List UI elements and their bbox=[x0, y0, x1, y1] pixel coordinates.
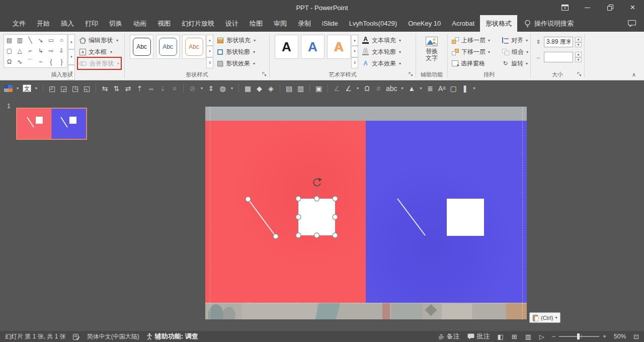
zoom-percentage[interactable]: 50% bbox=[614, 333, 626, 340]
stretch-width-icon[interactable]: ⇔ bbox=[147, 84, 155, 93]
gallery-scroll-up-button[interactable]: ▴ bbox=[68, 34, 75, 49]
edit-shape-button[interactable]: 编辑形状 ▾ bbox=[78, 35, 121, 46]
text-effects-button[interactable]: A 文本效果 ▾ bbox=[362, 58, 401, 69]
shape-scribble-icon[interactable]: ∿ bbox=[15, 56, 25, 67]
wordart-dialog-launcher[interactable] bbox=[409, 69, 413, 78]
tab-file[interactable]: 文件 bbox=[7, 15, 31, 32]
change-case-icon[interactable]: Aᵃ bbox=[438, 84, 446, 93]
shape-right-brace-icon[interactable]: } bbox=[56, 56, 67, 67]
ribbon-display-options-button[interactable] bbox=[553, 0, 576, 15]
shape-fill-button[interactable]: 形状填充 ▾ bbox=[217, 35, 256, 46]
grid-tool-icon[interactable]: # bbox=[374, 84, 383, 93]
shape-style-preset-2[interactable]: Abc bbox=[156, 35, 180, 59]
shape-merge-tool-icon[interactable]: ◍ bbox=[218, 84, 227, 93]
diagonal-line-red-selected[interactable] bbox=[248, 199, 276, 236]
wordart-preset-3[interactable]: A bbox=[327, 35, 351, 59]
tab-view[interactable]: 视图 bbox=[152, 15, 176, 32]
send-to-back-icon[interactable]: ◲ bbox=[59, 84, 68, 93]
tab-acrobat[interactable]: Acrobat bbox=[446, 15, 480, 32]
restore-button[interactable] bbox=[599, 0, 621, 15]
slide-canvas[interactable] bbox=[205, 107, 527, 319]
shape-down-arrow-icon[interactable]: ⇩ bbox=[56, 46, 67, 57]
wordart-scroll-down-button[interactable]: ▾ bbox=[351, 46, 358, 57]
shape-arc-icon[interactable]: ⌒ bbox=[25, 56, 36, 67]
spellcheck-button[interactable] bbox=[73, 333, 80, 340]
exchange-position-icon[interactable]: ⇄ bbox=[124, 84, 132, 93]
shape-line-icon[interactable]: ╲ bbox=[25, 35, 36, 46]
tab-shape-format[interactable]: 形状格式 bbox=[480, 15, 517, 32]
wordart-more-button[interactable]: ⊽ bbox=[351, 57, 358, 68]
text-box-button[interactable]: A 文本框 ▾ bbox=[78, 46, 121, 57]
fit-to-window-button[interactable]: ⊡ bbox=[633, 333, 639, 340]
send-backward-icon[interactable]: ◱ bbox=[83, 84, 91, 93]
tab-animations[interactable]: 动画 bbox=[128, 15, 152, 32]
text-tool-icon[interactable]: abc bbox=[386, 84, 397, 93]
text-format-icon[interactable]: 文 bbox=[23, 84, 31, 92]
reading-view-icon[interactable]: ▥ bbox=[525, 333, 531, 340]
tab-insert[interactable]: 插入 bbox=[55, 15, 79, 32]
shape-style-preset-1[interactable]: Abc bbox=[130, 35, 153, 59]
line-endpoint-handle[interactable] bbox=[246, 197, 251, 202]
brush-tool-icon[interactable]: ◆ bbox=[255, 84, 264, 93]
white-square-blue[interactable] bbox=[447, 199, 484, 236]
align-bottom-icon[interactable]: ⇣ bbox=[158, 84, 167, 93]
swap-horizontal-icon[interactable]: ⇆ bbox=[101, 84, 109, 93]
theme-colors-dropdown[interactable]: ▾ bbox=[16, 86, 20, 91]
zoom-slider[interactable] bbox=[559, 336, 599, 337]
tab-draw[interactable]: 绘图 bbox=[244, 15, 268, 32]
edit-shape-points-icon[interactable]: ∠ bbox=[344, 84, 353, 93]
tab-transitions[interactable]: 切换 bbox=[104, 15, 128, 32]
vertical-textbox-icon[interactable]: ▥ bbox=[296, 84, 305, 93]
shape-left-brace-icon[interactable]: { bbox=[46, 56, 56, 67]
cube-3d-icon[interactable]: ◈ bbox=[267, 84, 275, 93]
wordart-preset-1[interactable]: A bbox=[275, 35, 298, 59]
swap-vertical-icon[interactable]: ⇅ bbox=[112, 84, 121, 93]
styles-more-button[interactable]: ⊽ bbox=[206, 57, 213, 68]
align-top-icon[interactable]: ⇡ bbox=[135, 84, 144, 93]
shape-merge-dropdown[interactable]: ▾ bbox=[230, 86, 234, 91]
shape-width-input[interactable] bbox=[544, 52, 573, 62]
shape-vertical-textbox-icon[interactable]: ▥ bbox=[15, 35, 25, 46]
tab-lvyhtools[interactable]: LvyhTools(0429) bbox=[344, 15, 403, 32]
shape-effects-button[interactable]: 形状效果 ▾ bbox=[217, 58, 256, 69]
rotation-handle[interactable] bbox=[313, 178, 322, 186]
wordart-scroll-up-button[interactable]: ▴ bbox=[351, 35, 358, 46]
text-format-dropdown[interactable]: ▾ bbox=[34, 86, 38, 91]
rotate-button[interactable]: ↻ 旋转 ▾ bbox=[502, 58, 528, 69]
normal-view-icon[interactable]: ◧ bbox=[498, 333, 504, 340]
tab-print[interactable]: 打印 bbox=[79, 15, 104, 32]
shape-elbow-connector-icon[interactable]: ⌐ bbox=[25, 46, 36, 57]
zoom-out-button[interactable]: − bbox=[552, 333, 555, 340]
close-button[interactable]: × bbox=[621, 0, 644, 15]
text-fill-button[interactable]: A 文本填充 ▾ bbox=[362, 35, 401, 46]
edit-points-dropdown[interactable]: ▾ bbox=[356, 86, 360, 91]
add-lines-icon[interactable]: ≣ bbox=[426, 84, 435, 93]
line-endpoint-handle[interactable] bbox=[273, 234, 278, 239]
text-tool-dropdown[interactable]: ▾ bbox=[400, 86, 405, 91]
bring-forward-button[interactable]: 上移一层 ▾ bbox=[452, 35, 500, 46]
select-objects-icon[interactable]: ▣ bbox=[314, 84, 323, 93]
zoom-in-button[interactable]: + bbox=[603, 333, 606, 340]
tab-record[interactable]: 录制 bbox=[292, 15, 316, 32]
text-outline-button[interactable]: A 文本轮廓 ▾ bbox=[362, 46, 401, 57]
shape-height-input[interactable] bbox=[544, 37, 573, 47]
slide-sorter-icon[interactable]: ⊞ bbox=[512, 333, 517, 340]
shape-outline-button[interactable]: 形状轮廓 ▾ bbox=[217, 46, 256, 57]
merge-shapes-button[interactable]: 合并形状 ▾ bbox=[78, 58, 121, 69]
accessibility-checker-button[interactable]: 辅助功能: 调查 bbox=[146, 332, 198, 341]
gallery-scroll-down-button[interactable]: ▾ bbox=[68, 49, 75, 64]
tab-islide[interactable]: iSlide bbox=[316, 15, 344, 32]
shape-triangle-icon[interactable]: △ bbox=[15, 46, 25, 57]
wordart-preset-2[interactable]: A bbox=[301, 35, 325, 59]
shape-freeform-icon[interactable]: Ω bbox=[4, 56, 15, 67]
shape-textbox-icon[interactable]: ▤ bbox=[4, 35, 15, 46]
collapse-ribbon-button[interactable]: ∧ bbox=[632, 71, 636, 78]
tab-home[interactable]: 开始 bbox=[31, 15, 55, 32]
no-fill-icon[interactable]: ⊘ bbox=[188, 84, 197, 93]
language-button[interactable]: 简体中文(中国大陆) bbox=[87, 332, 139, 341]
frame-tool-icon[interactable]: ▢ bbox=[449, 84, 458, 93]
shape-styles-dialog-launcher[interactable] bbox=[262, 69, 267, 78]
no-fill-dropdown[interactable]: ▾ bbox=[200, 86, 204, 91]
stacked-objects-icon[interactable]: ❚ bbox=[461, 84, 469, 93]
slideshow-view-icon[interactable]: ▷ bbox=[539, 333, 544, 340]
